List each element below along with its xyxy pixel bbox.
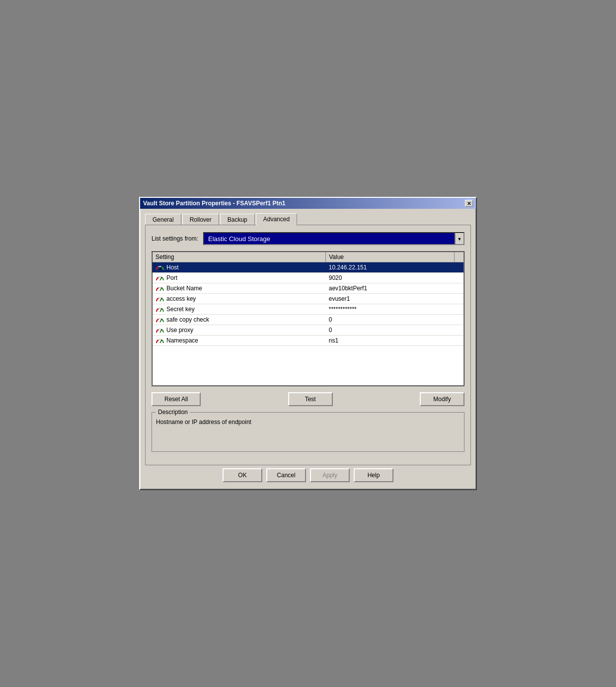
description-text: Hostname or IP address of endpoint xyxy=(156,416,460,426)
setting-icon xyxy=(155,285,164,292)
value-cell: aev10bktPerf1 xyxy=(326,283,454,294)
list-settings-row: List settings from: Elastic Cloud Storag… xyxy=(152,232,464,245)
setting-name: Port xyxy=(166,274,177,281)
setting-name: Bucket Name xyxy=(166,285,202,292)
column-value: Value xyxy=(326,252,454,262)
setting-icon xyxy=(155,295,164,302)
setting-cell: safe copy check xyxy=(152,315,326,325)
setting-cell: Host xyxy=(152,262,326,273)
value-cell: ************ xyxy=(326,304,454,315)
action-buttons-row: Reset All Test Modify xyxy=(152,392,464,406)
setting-name: access key xyxy=(166,295,196,302)
setting-name: Namespace xyxy=(166,337,198,344)
empty-spacer xyxy=(152,346,464,386)
tab-general[interactable]: General xyxy=(145,214,181,225)
tab-content-advanced: List settings from: Elastic Cloud Storag… xyxy=(145,225,471,465)
table-row[interactable]: Namespacens1 xyxy=(152,336,464,346)
table-row[interactable]: Host10.246.22.151 xyxy=(152,262,464,273)
list-settings-label: List settings from: xyxy=(152,235,198,242)
setting-icon xyxy=(155,264,164,271)
setting-cell: Use proxy xyxy=(152,325,326,336)
dropdown-arrow-button[interactable]: ▼ xyxy=(455,233,463,244)
table-row[interactable]: safe copy check0 xyxy=(152,315,464,325)
setting-name: safe copy check xyxy=(166,316,209,323)
setting-cell: Port xyxy=(152,273,326,283)
reset-all-button[interactable]: Reset All xyxy=(152,392,201,406)
tab-advanced[interactable]: Advanced xyxy=(256,213,297,225)
dropdown-label: Elastic Cloud Storage xyxy=(204,234,455,244)
extra-cell xyxy=(454,315,464,325)
extra-cell xyxy=(454,273,464,283)
setting-icon xyxy=(155,274,164,281)
extra-cell xyxy=(454,325,464,336)
setting-cell: Secret key xyxy=(152,304,326,315)
apply-button[interactable]: Apply xyxy=(310,468,350,482)
ok-button[interactable]: OK xyxy=(223,468,262,482)
table-row[interactable]: Secret key************ xyxy=(152,304,464,315)
tab-rollover[interactable]: Rollover xyxy=(182,214,219,225)
setting-name: Host xyxy=(166,264,179,271)
title-bar: Vault Store Partition Properties - FSAVS… xyxy=(140,198,476,209)
setting-icon xyxy=(155,327,164,334)
setting-cell: Bucket Name xyxy=(152,283,326,294)
value-cell: ns1 xyxy=(326,336,454,346)
setting-icon xyxy=(155,316,164,323)
table-row[interactable]: Use proxy0 xyxy=(152,325,464,336)
cancel-button[interactable]: Cancel xyxy=(266,468,306,482)
title-bar-text: Vault Store Partition Properties - FSAVS… xyxy=(143,200,286,207)
extra-cell xyxy=(454,262,464,273)
column-setting: Setting xyxy=(152,252,326,262)
extra-cell xyxy=(454,336,464,346)
setting-name: Use proxy xyxy=(166,327,193,334)
description-legend: Description xyxy=(156,409,190,416)
value-cell: 10.246.22.151 xyxy=(326,262,454,273)
modify-button[interactable]: Modify xyxy=(420,392,464,406)
table-row[interactable]: Port9020 xyxy=(152,273,464,283)
setting-cell: access key xyxy=(152,294,326,304)
setting-icon xyxy=(155,306,164,313)
value-cell: 0 xyxy=(326,315,454,325)
bottom-buttons-row: OK Cancel Apply Help xyxy=(145,465,471,484)
close-button[interactable]: ✕ xyxy=(465,200,473,207)
description-group: Description Hostname or IP address of en… xyxy=(152,412,464,452)
extra-cell xyxy=(454,304,464,315)
value-cell: 9020 xyxy=(326,273,454,283)
help-button[interactable]: Help xyxy=(354,468,393,482)
tab-backup[interactable]: Backup xyxy=(220,214,255,225)
tabs-row: General Rollover Backup Advanced xyxy=(145,213,471,225)
column-extra xyxy=(454,252,464,262)
setting-icon xyxy=(155,337,164,344)
extra-cell xyxy=(454,294,464,304)
setting-name: Secret key xyxy=(166,306,195,313)
value-cell: 0 xyxy=(326,325,454,336)
setting-cell: Namespace xyxy=(152,336,326,346)
dropdown-container[interactable]: Elastic Cloud Storage ▼ xyxy=(203,232,464,245)
empty-row xyxy=(152,346,464,386)
table-row[interactable]: access keyevuser1 xyxy=(152,294,464,304)
settings-table: Setting Value Host10.246.22.151 xyxy=(152,251,464,386)
dialog-content: General Rollover Backup Advanced List se… xyxy=(140,209,476,489)
dialog-window: Vault Store Partition Properties - FSAVS… xyxy=(139,197,477,490)
value-cell: evuser1 xyxy=(326,294,454,304)
table-row[interactable]: Bucket Nameaev10bktPerf1 xyxy=(152,283,464,294)
test-button[interactable]: Test xyxy=(288,392,333,406)
extra-cell xyxy=(454,283,464,294)
